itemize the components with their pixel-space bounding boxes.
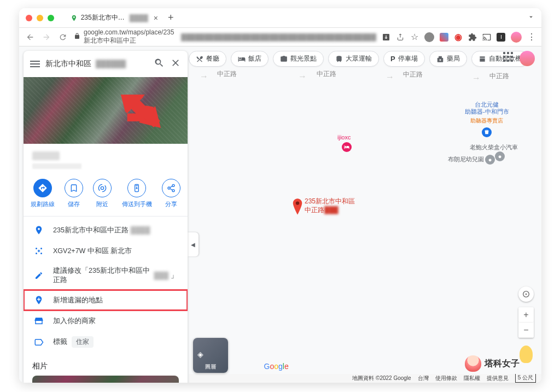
photo-thumbnail[interactable] (32, 376, 179, 383)
shopping-pin-icon (482, 127, 492, 137)
footer-privacy[interactable]: 隱私權 (464, 375, 480, 382)
extension1-icon[interactable] (424, 32, 434, 42)
directions-button[interactable]: 規劃路線 (31, 179, 55, 208)
poi-kinder-pin[interactable]: ● (485, 155, 495, 165)
bookmark-icon (65, 179, 83, 197)
poi-car-pin[interactable]: ● (495, 151, 505, 161)
footer-terms[interactable]: 使用條款 (435, 375, 457, 382)
pluscode-icon (33, 245, 44, 256)
poi-kindergarten[interactable]: 布朗尼幼兒園 (448, 156, 484, 163)
extension2-icon[interactable] (440, 33, 448, 42)
install-app-icon[interactable] (382, 33, 390, 42)
cast-icon[interactable] (482, 33, 491, 42)
clear-search-button[interactable] (170, 57, 181, 71)
poi-car[interactable]: 老鮑火柴盒小汽車 (470, 144, 518, 151)
chip-transit[interactable]: 大眾運輸 (328, 51, 379, 67)
extension4-icon[interactable]: Ⅰ (497, 33, 505, 42)
tab-title-blurred: ████ (130, 14, 148, 22)
zoom-out-button[interactable]: − (518, 323, 534, 338)
menu-button[interactable] (30, 59, 40, 69)
send-to-phone-button[interactable]: 傳送到手機 (122, 179, 152, 208)
pencil-icon (33, 270, 44, 281)
place-subtitle-blurred (32, 163, 81, 169)
extensions-puzzle-icon[interactable] (468, 33, 477, 42)
watermark: 塔科女子 (465, 355, 520, 372)
url-field[interactable]: google.com.tw/maps/place/235新北市中和區中正 ███… (74, 28, 376, 45)
detail-add-business[interactable]: 加入你的商家 (24, 311, 188, 331)
label-pill: 住家 (72, 336, 94, 348)
tab-strip: 235新北市中和區 ████ × + (65, 10, 174, 26)
detail-label[interactable]: 標籤住家 (24, 331, 188, 353)
poi-ijioxc[interactable]: ijioxc (337, 134, 351, 141)
new-tab-button[interactable]: + (168, 12, 174, 24)
road-arrow-icon: → (298, 72, 307, 81)
extension3-icon[interactable]: ◉ (454, 33, 463, 42)
share-button[interactable]: 分享 (162, 179, 180, 208)
place-title-blurred (32, 151, 60, 160)
content-area: 中正路 → 中正路 → 中正路 → 中正路 → ijioxc 台北元健 助聽器-… (19, 46, 541, 383)
detail-list: 235新北市中和區中正路████ XGV2+7W 中和區 新北市 建議修改「23… (24, 217, 188, 356)
main-location-pin[interactable]: 235新北市中和區 中正路███ (291, 198, 304, 217)
window-dropdown-icon[interactable] (527, 13, 535, 23)
detail-pluscode[interactable]: XGV2+7W 中和區 新北市 (24, 241, 188, 261)
browser-tab[interactable]: 235新北市中和區 ████ × (65, 10, 164, 26)
add-place-icon (33, 295, 44, 306)
storefront-icon (33, 315, 44, 326)
bookmark-icon[interactable]: ☆ (410, 33, 419, 42)
detail-add-missing-place[interactable]: 新增遺漏的地點 (24, 290, 188, 311)
place-title-block (24, 144, 188, 173)
send-phone-icon (127, 179, 146, 197)
browser-menu-icon[interactable]: ⋮ (527, 33, 536, 42)
zoom-in-button[interactable]: + (518, 307, 534, 323)
detail-address[interactable]: 235新北市中和區中正路████ (24, 220, 188, 241)
save-button[interactable]: 儲存 (65, 179, 83, 208)
poi-hearing-aid[interactable]: 台北元健 助聽器-中和門市 助聽器專賣店 (465, 101, 509, 137)
collapse-panel-button[interactable]: ◀ (188, 232, 199, 256)
chip-hotels[interactable]: 飯店 (231, 51, 269, 67)
chip-attractions[interactable]: 觀光景點 (273, 51, 324, 67)
footer-region[interactable]: 台灣 (418, 375, 429, 382)
map-footer: 地圖資料 ©2022 Google 台灣 使用條款 隱私權 提供意見 5 公尺 (189, 374, 541, 383)
toolbar-icons: ☆ ◉ Ⅰ ⋮ (382, 32, 536, 43)
svg-point-3 (526, 294, 527, 295)
generic-pin-icon: ● (485, 155, 495, 165)
watermark-avatar-icon (465, 355, 481, 372)
svg-marker-12 (122, 96, 159, 127)
close-window-button[interactable] (26, 15, 32, 21)
svg-point-8 (40, 253, 42, 254)
pegman-button[interactable] (520, 346, 533, 363)
recenter-button[interactable] (518, 286, 534, 302)
footer-feedback[interactable]: 提供意見 (487, 375, 509, 382)
forward-button[interactable] (41, 32, 52, 43)
directions-icon (33, 179, 52, 197)
svg-point-6 (40, 248, 42, 249)
poi-ijioxc-pin[interactable] (342, 142, 352, 152)
tab-close-icon[interactable]: × (154, 14, 158, 22)
reload-button[interactable] (57, 32, 68, 43)
chip-pharmacy[interactable]: 藥局 (429, 51, 467, 67)
road-label: 中正路 (217, 69, 237, 79)
road-arrow-icon: → (472, 73, 481, 83)
chip-parking[interactable]: P停車場 (383, 51, 425, 67)
window-controls (26, 15, 54, 21)
photos-section: 相片 (24, 356, 188, 383)
road-arrow-icon: → (386, 72, 394, 82)
share-icon[interactable] (396, 33, 405, 42)
layers-button[interactable]: 圖層 (193, 338, 228, 373)
search-button[interactable] (154, 57, 165, 71)
account-avatar[interactable] (520, 51, 535, 66)
footer-mapdata[interactable]: 地圖資料 ©2022 Google (352, 375, 411, 382)
minimize-window-button[interactable] (37, 15, 43, 21)
titlebar: 235新北市中和區 ████ × + (19, 8, 541, 28)
google-maps-favicon (71, 14, 78, 22)
detail-suggest-edit[interactable]: 建議修改「235新北市中和區中正路███」 (24, 261, 188, 290)
chip-restaurants[interactable]: 餐廳 (189, 51, 226, 67)
profile-avatar-icon[interactable] (511, 32, 522, 43)
lock-icon (74, 33, 80, 41)
poi-label: 布朗尼幼兒園 (448, 156, 484, 163)
google-apps-button[interactable] (503, 52, 516, 65)
back-button[interactable] (25, 32, 36, 43)
poi-label: 台北元健 助聽器-中和門市 (465, 101, 509, 115)
maximize-window-button[interactable] (48, 15, 54, 21)
nearby-button[interactable]: 附近 (93, 179, 112, 208)
